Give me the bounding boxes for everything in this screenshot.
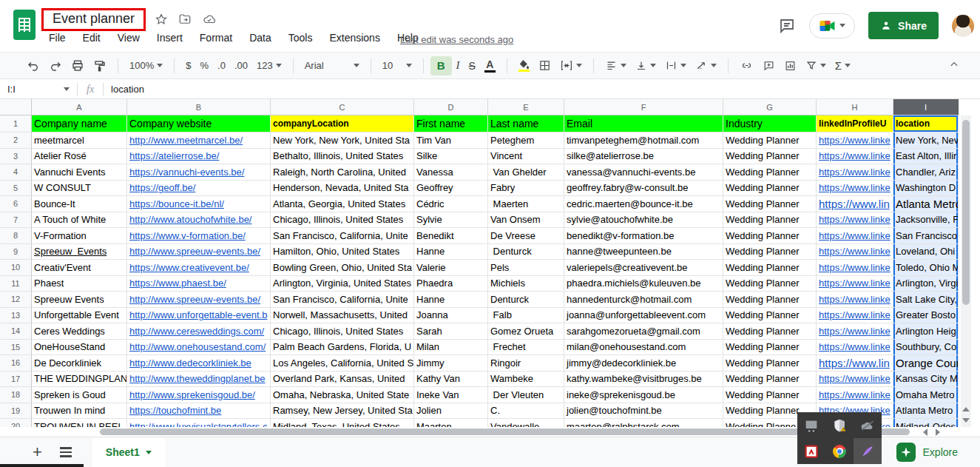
cell[interactable]: https://www.linke [817, 323, 893, 340]
insert-link-button[interactable] [735, 56, 758, 75]
row-header-1[interactable]: 1 [0, 115, 32, 132]
cell[interactable]: Van Ghelder [488, 164, 564, 181]
cell[interactable]: C. [488, 403, 564, 420]
cell[interactable]: jimmy@dedecorkliniek.be [564, 355, 723, 372]
scroll-down-arrow[interactable] [962, 418, 970, 423]
cell[interactable]: https://www.linke [817, 387, 893, 403]
red-app-tray-icon[interactable] [797, 438, 825, 464]
vertical-scrollbar-thumb[interactable] [962, 120, 970, 305]
cell[interactable]: Wedding Planner [723, 164, 817, 181]
select-all-corner[interactable] [0, 99, 32, 115]
cell[interactable]: Henderson, Nevada, United Sta [271, 181, 414, 197]
pen-feather-tray-icon[interactable] [854, 438, 882, 464]
cell[interactable]: Maerten [488, 196, 564, 212]
cell[interactable]: Salt Lake City, [893, 292, 959, 308]
column-header-C[interactable]: C [271, 99, 414, 115]
cell[interactable]: Sylvie [414, 212, 488, 229]
row-header-6[interactable]: 6 [0, 196, 32, 212]
text-wrap-button[interactable] [660, 56, 691, 75]
cell[interactable]: meetmarcel [32, 132, 127, 149]
cell[interactable]: Jolien [414, 403, 488, 420]
cell[interactable]: https://www.linke [817, 276, 893, 292]
row-header-17[interactable]: 17 [0, 372, 32, 388]
row-header-12[interactable]: 12 [0, 292, 32, 308]
cell[interactable]: Atlanta, Georgia, United States [271, 196, 414, 212]
cell[interactable]: https://bounce-it.be/nl/ [127, 196, 271, 212]
cell[interactable]: http://www.ceresweddings.com/ [127, 323, 271, 340]
explore-button[interactable]: Explore [896, 443, 958, 462]
cell[interactable]: San Francisco, California, Unite [271, 292, 414, 308]
menu-format[interactable]: Format [200, 32, 232, 44]
cell[interactable]: Hamilton, Ohio, United States [271, 244, 414, 261]
cell[interactable]: Bowling Green, Ohio, United Sta [271, 260, 414, 276]
row-header-2[interactable]: 2 [0, 132, 32, 149]
cell[interactable]: Wedding Planner [723, 323, 817, 340]
scroll-right-arrow[interactable] [936, 429, 940, 436]
insert-comment-button[interactable] [758, 56, 780, 75]
all-sheets-button[interactable] [60, 447, 72, 457]
row-header-11[interactable]: 11 [0, 276, 32, 292]
cell[interactable]: Ineke Van [414, 387, 488, 403]
cell[interactable]: valeriepels@creativevent.be [564, 260, 723, 276]
column-header-D[interactable]: D [414, 99, 488, 115]
cell[interactable]: Phaest [32, 276, 127, 292]
row-header-13[interactable]: 13 [0, 308, 32, 324]
cell[interactable]: benedikt@v-formation.be [564, 228, 723, 244]
cell[interactable]: http://www.onehousestand.com/ [127, 340, 271, 356]
cell[interactable]: Cédric [414, 196, 488, 212]
row-header-20[interactable]: 20 [0, 419, 32, 427]
menu-file[interactable]: File [49, 32, 66, 44]
cell[interactable]: Palm Beach Gardens, Florida, U [271, 340, 414, 356]
cell[interactable]: Spreken is Goud [32, 387, 127, 403]
header-cell-company-website[interactable]: Company website [127, 115, 271, 132]
cell[interactable]: silke@atelierrose.be [564, 149, 723, 165]
hide-menus-chevron[interactable] [949, 59, 959, 72]
column-header-E[interactable]: E [488, 99, 564, 115]
cell[interactable]: https://www.linke [817, 181, 893, 197]
cell[interactable]: Arlington, Virgi [893, 276, 959, 292]
horizontal-scrollbar-thumb[interactable] [100, 429, 910, 435]
cell[interactable]: https://www.linke [817, 164, 893, 181]
cell[interactable]: Chicago, Illinois, United States [271, 212, 414, 229]
cell[interactable]: Wedding Planner [723, 212, 817, 229]
cell[interactable]: De Vreese [488, 228, 564, 244]
cell[interactable]: https://www.linke [817, 244, 893, 261]
cell[interactable]: Bounce-It [32, 196, 127, 212]
column-header-H[interactable]: H [817, 99, 893, 115]
header-cell-location[interactable]: location [893, 115, 959, 132]
cell[interactable]: Jimmy [414, 355, 488, 372]
cell[interactable]: Bethalto, Illinois, United States [271, 149, 414, 165]
account-avatar[interactable] [952, 15, 974, 37]
cell[interactable]: Wedding Planner [723, 387, 817, 403]
horizontal-align-button[interactable] [601, 56, 631, 75]
text-color-button[interactable]: A [480, 56, 500, 75]
cell[interactable]: hannedenturck@hotmail.com [564, 292, 723, 308]
increase-decimal-button[interactable]: .00 [230, 56, 252, 75]
cell[interactable]: Kansas City M [893, 372, 959, 388]
cell[interactable]: Greater Bosto [893, 308, 959, 324]
create-filter-button[interactable] [801, 56, 831, 75]
cell[interactable]: http://www.theweddingplanet.be [127, 372, 271, 388]
cell[interactable]: Vannuchi Events [32, 164, 127, 181]
text-rotation-button[interactable] [691, 56, 721, 75]
cell[interactable]: Wedding Planner [723, 149, 817, 165]
cell[interactable]: Benedikt [414, 228, 488, 244]
cell[interactable]: http://www.spreeuw-events.be/ [127, 244, 271, 261]
cell[interactable]: Atlanta Metro [893, 403, 959, 420]
cell[interactable]: https://touchofmint.be [127, 403, 271, 420]
cell[interactable]: OneHouseStand [32, 340, 127, 356]
row-header-5[interactable]: 5 [0, 181, 32, 197]
cell[interactable]: geoffrey.fabry@w-consult.be [564, 181, 723, 197]
column-header-I[interactable]: I [893, 99, 959, 115]
cell[interactable]: Chicago, Illinois, United States [271, 323, 414, 340]
add-sheet-button[interactable]: + [33, 444, 42, 460]
cell[interactable]: joanna@unforgettableevent.com [564, 308, 723, 324]
cell[interactable]: Loveland, Ohi [893, 244, 959, 261]
cell[interactable]: Ringoir [488, 355, 564, 372]
cell[interactable]: http://www.unforgettable-event.b [127, 308, 271, 324]
cell[interactable]: sarahgomezorueta@gmail.com [564, 323, 723, 340]
cell[interactable]: Wedding Planner [723, 355, 817, 372]
cell[interactable]: kathy.wambeke@visitbruges.be [564, 372, 723, 388]
last-edit-status[interactable]: Last edit was seconds ago [400, 34, 513, 45]
name-box[interactable]: I:I [0, 84, 64, 95]
